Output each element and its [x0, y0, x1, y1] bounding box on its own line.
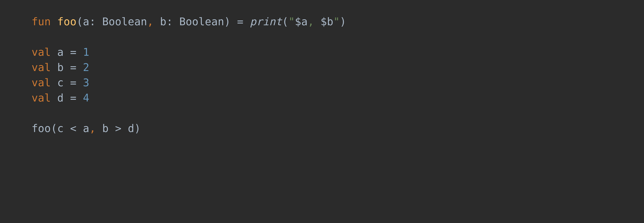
call-foo: foo	[32, 122, 51, 134]
space	[51, 46, 57, 58]
colon: :	[166, 16, 179, 28]
number-literal: 3	[83, 76, 90, 89]
string-quote: "	[288, 16, 295, 28]
string-template-a: $a	[295, 16, 308, 28]
number-literal: 2	[83, 61, 90, 74]
lparen: (	[51, 122, 57, 134]
space	[76, 61, 83, 74]
expr: d	[122, 122, 134, 134]
equals: =	[70, 61, 76, 74]
space	[51, 92, 57, 104]
var-a: a	[57, 46, 64, 58]
lparen: (	[76, 16, 83, 28]
space	[96, 122, 102, 134]
space	[76, 92, 83, 104]
space	[64, 76, 70, 89]
rparen: )	[224, 16, 231, 28]
keyword-val: val	[32, 76, 51, 89]
keyword-val: val	[32, 92, 51, 104]
code-line: val c = 3	[32, 76, 90, 89]
operator-gt: >	[115, 122, 122, 134]
space	[244, 16, 250, 28]
call-print: print	[250, 16, 282, 28]
number-literal: 1	[83, 46, 90, 58]
space	[64, 92, 70, 104]
string-quote: "	[333, 16, 340, 28]
code-line: fun foo(a: Boolean, b: Boolean) = print(…	[32, 16, 346, 28]
keyword-val: val	[32, 61, 51, 74]
code-editor[interactable]: fun foo(a: Boolean, b: Boolean) = print(…	[0, 0, 644, 136]
string-template-b: $b	[320, 16, 333, 28]
code-line: val a = 1	[32, 46, 90, 58]
number-literal: 4	[83, 92, 90, 104]
equals: =	[70, 76, 76, 89]
keyword-fun: fun	[32, 16, 51, 28]
space	[230, 16, 237, 28]
space	[76, 76, 83, 89]
function-name: foo	[57, 16, 76, 28]
param-a: a	[83, 16, 90, 28]
param-b: b	[160, 16, 166, 28]
code-line: foo(c < a, b > d)	[32, 122, 141, 134]
expr: c	[57, 122, 70, 134]
keyword-val: val	[32, 46, 51, 58]
space	[64, 61, 70, 74]
colon: :	[90, 16, 102, 28]
var-b: b	[57, 61, 64, 74]
space	[154, 16, 160, 28]
string-literal: ,	[308, 16, 320, 28]
comma: ,	[90, 122, 96, 134]
type-boolean: Boolean	[102, 16, 147, 28]
expr: b	[102, 122, 115, 134]
var-d: d	[57, 92, 64, 104]
operator-lt: <	[70, 122, 76, 134]
space	[64, 46, 70, 58]
equals: =	[237, 16, 244, 28]
comma: ,	[147, 16, 154, 28]
expr: a	[76, 122, 89, 134]
code-line: val d = 4	[32, 92, 90, 104]
space	[51, 76, 57, 89]
space	[51, 61, 57, 74]
rparen: )	[134, 122, 141, 134]
space	[76, 46, 83, 58]
space	[51, 16, 57, 28]
type-boolean: Boolean	[179, 16, 224, 28]
equals: =	[70, 46, 76, 58]
var-c: c	[57, 76, 64, 89]
rparen: )	[340, 16, 346, 28]
lparen: (	[282, 16, 288, 28]
equals: =	[70, 92, 76, 104]
code-line: val b = 2	[32, 61, 90, 74]
